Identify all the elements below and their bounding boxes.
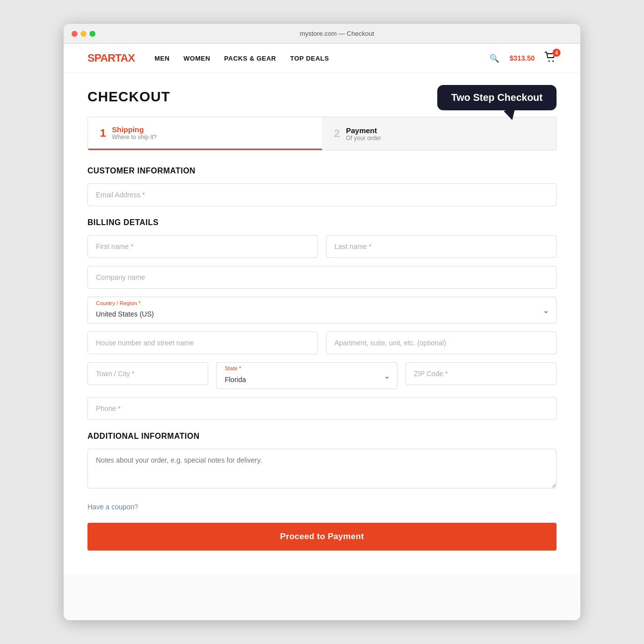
- name-row: [87, 235, 557, 258]
- browser-dots: [72, 31, 95, 37]
- customer-section-title: CUSTOMER INFORMATION: [87, 166, 557, 175]
- customer-section: CUSTOMER INFORMATION: [87, 166, 557, 206]
- step-1-number: 1: [100, 127, 106, 140]
- last-name-col: [326, 235, 557, 258]
- phone-group: [87, 397, 557, 420]
- nav-right: 🔍 $313.50 4: [489, 52, 557, 65]
- close-dot[interactable]: [72, 31, 78, 37]
- state-label: State *: [225, 365, 241, 371]
- country-group: Country / Region * United States (US) ⌄: [87, 297, 557, 323]
- checkout-steps: 1 Shipping Where to ship it? 2 Payment O…: [87, 117, 557, 151]
- phone-input[interactable]: [87, 397, 557, 420]
- proceed-button[interactable]: Proceed to Payment: [87, 523, 557, 551]
- maximize-dot[interactable]: [89, 31, 95, 37]
- last-name-input[interactable]: [326, 235, 557, 258]
- state-col: State * Florida ⌄: [216, 362, 398, 389]
- company-input[interactable]: [87, 266, 557, 289]
- billing-section-title: BILLING DETAILS: [87, 218, 557, 227]
- nav-women[interactable]: WOMEN: [183, 55, 210, 62]
- step-2-number: 2: [334, 127, 340, 140]
- nav-packs[interactable]: PACKS & GEAR: [224, 55, 276, 62]
- step-2-sub: Of your order: [346, 135, 381, 142]
- tooltip-bubble: Two Step Checkout: [437, 85, 557, 110]
- nav-men[interactable]: MEN: [155, 55, 169, 62]
- country-select-wrap: Country / Region * United States (US) ⌄: [87, 297, 557, 323]
- browser-bar: mystore.com — Checkout: [64, 24, 580, 44]
- email-group: [87, 183, 557, 206]
- svg-point-0: [549, 61, 550, 62]
- step-payment[interactable]: 2 Payment Of your order: [322, 117, 556, 150]
- step-2-title: Payment: [346, 126, 381, 135]
- first-name-col: [87, 235, 318, 258]
- step-1-title: Shipping: [112, 125, 157, 134]
- nav-deals[interactable]: TOP DEALS: [290, 55, 329, 62]
- zip-col: [405, 362, 557, 389]
- email-input[interactable]: [87, 183, 557, 206]
- notes-textarea[interactable]: [87, 449, 557, 488]
- cart-icon[interactable]: 4: [545, 52, 557, 65]
- city-col: [87, 362, 208, 389]
- cart-price: $313.50: [509, 54, 535, 62]
- nav-links: MEN WOMEN PACKS & GEAR TOP DEALS: [155, 55, 329, 62]
- street-col: [87, 331, 318, 354]
- browser-url: mystore.com — Checkout: [101, 30, 572, 37]
- city-input[interactable]: [87, 362, 208, 385]
- billing-section: BILLING DETAILS Country / Region: [87, 218, 557, 420]
- additional-section-title: ADDITIONAL INFORMATION: [87, 432, 557, 441]
- city-state-row: State * Florida ⌄: [87, 362, 557, 389]
- address-row: [87, 331, 557, 354]
- step-2-info: Payment Of your order: [346, 126, 381, 142]
- cart-badge: 4: [553, 49, 561, 57]
- navbar: SPARTAX MEN WOMEN PACKS & GEAR TOP DEALS…: [64, 44, 580, 73]
- checkout-area: CHECKOUT Two Step Checkout 1 Shipping Wh…: [64, 73, 580, 574]
- notes-group: [87, 449, 557, 490]
- search-icon[interactable]: 🔍: [489, 54, 499, 63]
- state-select[interactable]: Florida: [217, 363, 397, 389]
- minimize-dot[interactable]: [80, 31, 86, 37]
- coupon-link[interactable]: Have a coupon?: [87, 503, 138, 511]
- step-1-info: Shipping Where to ship it?: [112, 125, 157, 141]
- brand-logo[interactable]: SPARTAX: [87, 52, 135, 65]
- svg-point-1: [553, 61, 554, 62]
- street-input[interactable]: [87, 331, 318, 354]
- state-select-wrap: State * Florida ⌄: [216, 362, 398, 389]
- additional-section: ADDITIONAL INFORMATION: [87, 432, 557, 490]
- apt-col: [326, 331, 557, 354]
- step-1-sub: Where to ship it?: [112, 134, 157, 141]
- browser-window: mystore.com — Checkout SPARTAX MEN WOMEN…: [64, 24, 580, 620]
- company-group: [87, 266, 557, 289]
- first-name-input[interactable]: [87, 235, 318, 258]
- apt-input[interactable]: [326, 331, 557, 354]
- step-shipping[interactable]: 1 Shipping Where to ship it?: [88, 117, 322, 150]
- page-content: SPARTAX MEN WOMEN PACKS & GEAR TOP DEALS…: [64, 44, 580, 574]
- country-label: Country / Region *: [96, 300, 141, 306]
- country-select[interactable]: United States (US): [88, 297, 556, 323]
- zip-input[interactable]: [405, 362, 557, 385]
